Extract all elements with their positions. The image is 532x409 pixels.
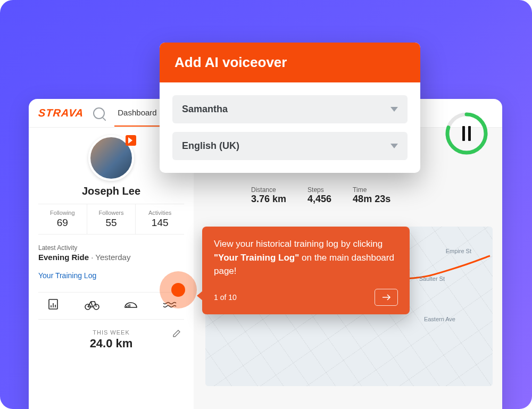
tooltip-text: View your historical training log by cli… [214,237,398,278]
this-week-block: THIS WEEK 24.0 km [38,329,184,350]
metric-distance: Distance 3.76 km [251,186,286,205]
modal-body: Samantha English (UK) [160,82,420,173]
metric-value: 48m 23s [353,194,390,205]
tooltip-step: 1 of 10 [214,293,237,302]
chevron-down-icon [390,144,398,148]
search-icon[interactable] [93,107,105,119]
profile-name: Joseph Lee [38,185,184,197]
metric-value: 3.76 km [251,194,286,205]
chevron-down-icon [390,107,398,112]
run-icon[interactable] [116,298,145,314]
training-log-link[interactable]: Your Training Log [38,271,96,280]
metric-label: Time [353,186,390,194]
tooltip-footer: 1 of 10 [214,289,398,306]
metric-label: Steps [307,186,331,194]
subscriber-badge-icon [126,135,136,146]
next-button[interactable] [375,289,398,306]
walkthrough-tooltip: View your historical training log by cli… [202,227,410,314]
edit-icon[interactable] [172,329,181,340]
stat-following[interactable]: Following 69 [38,204,87,234]
tooltip-bold: "Your Training Log" [214,253,299,263]
page-canvas: STRAVA Dashboard Joseph Lee Following 69… [0,0,532,409]
stat-label: Followers [87,210,136,216]
stat-label: Activities [136,210,184,216]
latest-activity-label: Latest Activity [38,244,184,252]
stat-label: Following [38,210,87,216]
map-street-label: Eastern Ave [424,316,455,322]
stat-value: 55 [87,217,136,229]
pause-button[interactable] [445,112,488,155]
metric-label: Distance [251,186,286,194]
metric-value: 4,456 [307,194,331,205]
voice-dropdown[interactable]: Samantha [172,95,408,123]
brand-logo: STRAVA [38,107,84,119]
map-street-label: Empire St [446,248,471,254]
map-street-label: Saulter St [419,276,445,282]
this-week-label: THIS WEEK [38,329,184,336]
tooltip-text-before: View your historical training log by cli… [214,239,383,249]
pause-icon [462,126,471,141]
this-week-value: 24.0 km [38,337,184,350]
avatar-wrap [88,135,134,181]
dropdown-value: Samantha [182,104,228,115]
activity-name: Evening Ride [38,253,89,262]
bike-icon[interactable] [77,298,106,314]
activity-when: · Yesterday [91,253,130,262]
activity-metrics: Distance 3.76 km Steps 4,456 Time 48m 23… [251,186,493,205]
arrow-right-icon [381,294,391,301]
language-dropdown[interactable]: English (UK) [172,132,408,160]
stat-value: 145 [136,217,184,229]
voiceover-modal: Add AI voiceover Samantha English (UK) [160,43,420,173]
tab-dashboard[interactable]: Dashboard [114,99,160,127]
stat-activities[interactable]: Activities 145 [135,204,184,234]
dropdown-value: English (UK) [182,140,239,152]
latest-activity-title[interactable]: Evening Ride · Yesterday [38,253,184,262]
profile-stats: Following 69 Followers 55 Activities 145 [38,204,184,235]
metric-steps: Steps 4,456 [307,186,331,205]
stat-value: 69 [38,217,87,229]
stat-followers[interactable]: Followers 55 [87,204,136,234]
modal-title: Add AI voiceover [160,43,420,82]
all-activities-icon[interactable] [38,298,68,314]
hotspot-marker-icon[interactable] [160,271,197,308]
metric-time: Time 48m 23s [353,186,390,205]
